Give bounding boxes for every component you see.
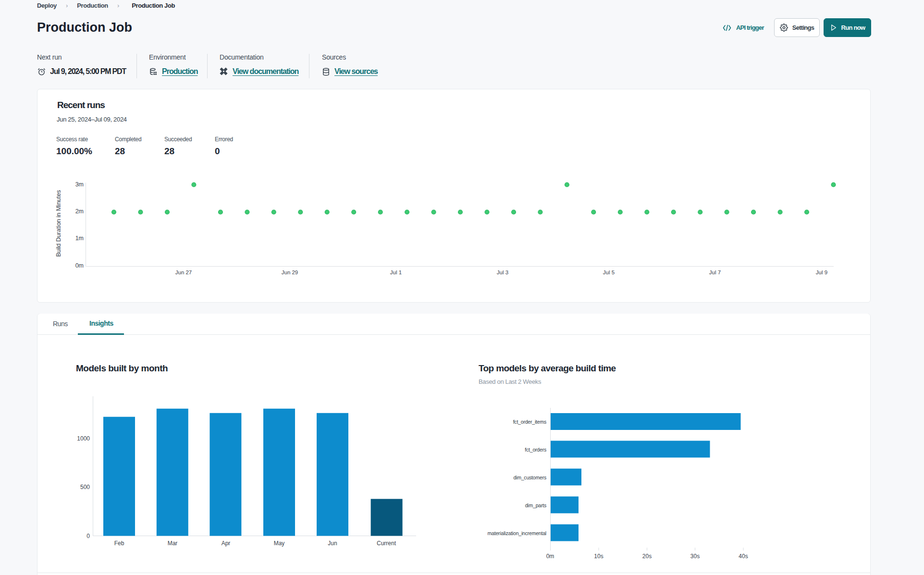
svg-text:Mar: Mar <box>168 540 178 547</box>
svg-text:Current: Current <box>377 540 396 547</box>
svg-text:Feb: Feb <box>114 540 124 547</box>
svg-text:May: May <box>274 540 285 547</box>
svg-text:dim_parts: dim_parts <box>525 502 546 508</box>
svg-text:fct_order_items: fct_order_items <box>513 419 546 425</box>
svg-text:0: 0 <box>86 533 90 539</box>
svg-text:40s: 40s <box>739 553 748 560</box>
svg-text:10s: 10s <box>594 553 603 560</box>
svg-text:Jul 5: Jul 5 <box>603 269 615 275</box>
svg-text:Jul 9: Jul 9 <box>816 269 827 275</box>
svg-text:Jun 27: Jun 27 <box>175 269 192 275</box>
svg-text:3m: 3m <box>75 181 84 188</box>
svg-text:1000: 1000 <box>77 435 90 442</box>
svg-text:500: 500 <box>80 484 90 490</box>
svg-text:Jun 29: Jun 29 <box>282 269 298 275</box>
svg-text:30s: 30s <box>690 553 700 560</box>
svg-text:materialization_incremental: materialization_incremental <box>488 530 546 536</box>
svg-text:Jul 1: Jul 1 <box>390 269 402 275</box>
svg-text:0m: 0m <box>546 553 554 560</box>
svg-text:Jun: Jun <box>328 540 337 547</box>
svg-text:Jul 3: Jul 3 <box>497 269 508 275</box>
svg-text:Jul 7: Jul 7 <box>709 269 721 275</box>
svg-text:0m: 0m <box>75 262 84 269</box>
svg-text:20s: 20s <box>642 553 652 560</box>
svg-text:2m: 2m <box>75 208 84 215</box>
svg-text:1m: 1m <box>75 235 84 242</box>
svg-text:fct_orders: fct_orders <box>525 447 546 453</box>
svg-text:dim_customers: dim_customers <box>513 475 546 480</box>
svg-text:Apr: Apr <box>222 540 231 547</box>
